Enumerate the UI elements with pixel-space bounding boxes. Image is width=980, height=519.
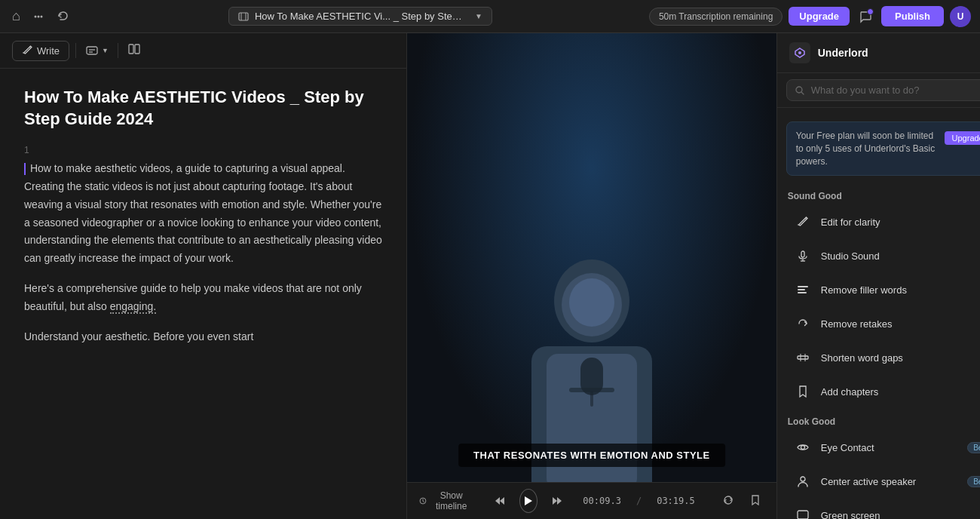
eye-contact-label: Eye Contact (821, 442, 960, 453)
video-controls: Show timeline 00:09.3 / 03:19.5 (407, 482, 776, 519)
segment-text-3: Understand your aesthetic. Before you ev… (24, 328, 382, 346)
svg-rect-33 (798, 286, 808, 287)
feature-add-chapters[interactable]: Add chapters (782, 375, 980, 408)
svg-rect-36 (798, 356, 808, 359)
underlord-logo-icon (794, 47, 806, 59)
svg-line-28 (801, 92, 804, 94)
svg-rect-30 (801, 251, 804, 257)
topbar-left: ⌂ (9, 5, 72, 27)
underlord-header: Underlord (777, 33, 980, 73)
write-label: Write (37, 45, 60, 57)
title-bar[interactable]: How To Make AESTHETIC Vi... _ Step by St… (228, 7, 492, 26)
editor-toolbar: Write ▼ (0, 33, 406, 69)
svg-marker-25 (553, 497, 557, 505)
underlord-panel: Underlord Your Free plan will soon be li… (776, 33, 980, 519)
loop-button[interactable] (719, 491, 737, 511)
feature-studio-sound[interactable]: Studio Sound (782, 239, 980, 272)
skip-forward-icon (551, 495, 563, 507)
svg-point-0 (34, 15, 36, 17)
feature-remove-filler[interactable]: Remove filler words (782, 273, 980, 306)
show-timeline-button[interactable]: Show timeline (419, 490, 471, 511)
shorten-gaps-icon (792, 347, 813, 368)
bookmark-button[interactable] (746, 491, 764, 511)
user-avatar[interactable]: U (950, 6, 971, 27)
layout-button[interactable] (124, 39, 144, 62)
comments-button[interactable] (856, 7, 875, 26)
add-chapters-label: Add chapters (821, 386, 980, 398)
underlord-scroll-area: Your Free plan will soon be limited to o… (777, 108, 980, 519)
feature-shorten-gaps[interactable]: Shorten word gaps (782, 341, 980, 374)
search-icon (795, 85, 805, 96)
upgrade-button[interactable]: Upgrade (789, 7, 850, 26)
segment-text-content-3: Understand your aesthetic. Before you ev… (24, 330, 253, 342)
video-background: THAT RESONATES WITH EMOTION AND STYLE (407, 33, 776, 482)
film-icon (238, 11, 249, 22)
document-title: How To Make AESTHETIC Videos _ Step by S… (24, 87, 382, 130)
segment-text-content-1: How to make aesthetic videos, a guide to… (24, 162, 382, 264)
svg-point-39 (801, 446, 804, 450)
studio-sound-label: Studio Sound (821, 250, 980, 262)
svg-point-27 (796, 87, 802, 93)
center-speaker-icon (792, 471, 813, 492)
topbar-right: 50m Transcription remaining Upgrade Publ… (649, 6, 971, 27)
svg-rect-3 (239, 13, 248, 20)
segment-text-1: How to make aesthetic videos, a guide to… (24, 160, 382, 268)
topbar: ⌂ How To Make AESTHETIC Vi... _ Step by … (0, 0, 980, 33)
home-button[interactable]: ⌂ (9, 5, 23, 27)
shorten-gaps-label: Shorten word gaps (821, 352, 980, 364)
segment-text-2: Here's a comprehensive guide to help you… (24, 280, 382, 316)
menu-button[interactable] (29, 8, 47, 26)
remove-filler-icon (792, 279, 813, 300)
video-caption: THAT RESONATES WITH EMOTION AND STYLE (458, 444, 725, 467)
svg-rect-19 (590, 392, 593, 407)
upgrade-notice-button[interactable]: Upgrade (945, 131, 980, 145)
write-icon (22, 45, 32, 56)
publish-button[interactable]: Publish (881, 6, 944, 26)
transcription-text: 50m Transcription remaining (659, 11, 773, 22)
svg-rect-10 (129, 45, 133, 54)
topbar-center: How To Make AESTHETIC Vi... _ Step by St… (78, 7, 643, 26)
segment-text-content-2: Here's a comprehensive guide to help you… (24, 282, 362, 314)
svg-rect-34 (798, 289, 805, 290)
remove-filler-label: Remove filler words (821, 284, 980, 296)
feature-green-screen[interactable]: Green screen (782, 499, 980, 519)
segment-number: 1 (24, 145, 382, 155)
feature-edit-clarity[interactable]: Edit for clarity (782, 205, 980, 238)
dotted-word: engaging. (110, 300, 157, 314)
underlord-search-input[interactable] (811, 84, 980, 96)
svg-rect-35 (798, 292, 807, 293)
svg-point-26 (798, 51, 801, 54)
show-timeline-label: Show timeline (431, 490, 471, 511)
skip-forward-button[interactable] (547, 492, 568, 510)
svg-marker-21 (495, 497, 500, 505)
editor-content[interactable]: How To Make AESTHETIC Videos _ Step by S… (0, 69, 406, 519)
feature-remove-retakes[interactable]: Remove retakes (782, 307, 980, 340)
sound-good-section-label: Sound Good (777, 183, 980, 204)
layout-icon (127, 42, 141, 56)
remove-retakes-label: Remove retakes (821, 318, 980, 330)
upgrade-notice: Your Free plan will soon be limited to o… (786, 121, 980, 176)
toolbar-separator2 (118, 43, 118, 58)
main-area: Write ▼ How To Make AESTHETIC Videos _ S… (0, 33, 980, 519)
underlord-icon (789, 42, 810, 63)
write-button[interactable]: Write (12, 41, 69, 61)
underlord-title: Underlord (818, 47, 868, 59)
svg-marker-23 (525, 496, 532, 505)
svg-point-14 (569, 278, 614, 327)
feature-eye-contact[interactable]: Eye Contact Beta (782, 431, 980, 464)
edit-clarity-icon (792, 211, 813, 232)
play-button[interactable] (519, 489, 537, 513)
toolbar-separator (75, 43, 76, 58)
skip-back-button[interactable] (489, 492, 510, 510)
caption-toggle-button[interactable]: ▼ (82, 41, 112, 60)
title-chevron-icon: ▼ (475, 12, 482, 20)
timeline-icon (419, 496, 427, 506)
skip-back-icon (494, 495, 506, 507)
svg-marker-24 (557, 497, 562, 505)
feature-center-speaker[interactable]: Center active speaker Beta (782, 465, 980, 498)
bookmark-icon (749, 494, 761, 506)
undo-button[interactable] (54, 8, 72, 26)
studio-sound-icon (792, 245, 813, 266)
look-good-section-label: Look Good (777, 409, 980, 430)
cursor (24, 163, 26, 175)
